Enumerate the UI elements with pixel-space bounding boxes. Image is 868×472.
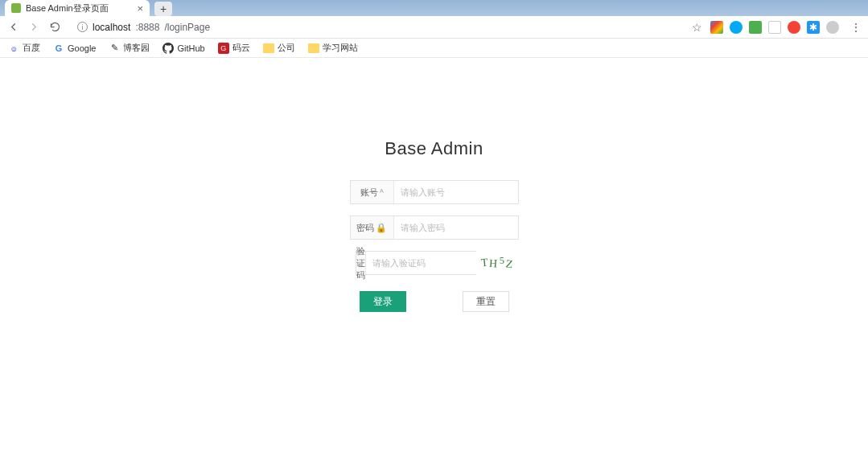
tab-bar: Base Admin登录页面 × + [0,0,868,16]
bookmark-label: 公司 [278,42,295,54]
reset-button[interactable]: 重置 [463,291,509,312]
bookmark-label: GitHub [177,43,204,53]
extension-icon[interactable] [749,21,762,34]
bookmark-label: 百度 [23,42,40,54]
gitee-icon: G [218,43,229,54]
password-field: 密码🔒 [350,215,519,240]
captcha-row: 验证码 TH5Z [356,251,512,275]
tab-favicon-icon [11,3,21,13]
tab-title: Base Admin登录页面 [26,2,109,14]
bookmark-github[interactable]: GitHub [162,43,204,54]
captcha-image[interactable]: TH5Z [481,257,512,269]
user-icon: ᴬ [380,187,384,198]
password-input[interactable] [394,216,518,239]
lock-icon: 🔒 [376,223,387,233]
extension-icon[interactable] [768,21,781,34]
close-tab-icon[interactable]: × [137,2,143,14]
bookmark-company[interactable]: 公司 [263,42,295,54]
bookmark-google[interactable]: GGoogle [53,43,96,54]
baidu-icon: ⌾ [8,43,19,54]
folder-icon [308,43,319,53]
password-label: 密码🔒 [351,216,394,239]
nav-bar: i localhost:8888/loginPage ☆ ✱ ⋮ [0,16,868,39]
bookmark-star-icon[interactable]: ☆ [692,21,702,34]
bookmark-label: Google [68,43,96,53]
address-bar[interactable]: i localhost:8888/loginPage [69,18,684,37]
reload-button[interactable] [48,21,61,34]
login-form: 账号ᴬ 密码🔒 验证码 TH5Z 登录 重置 [350,180,519,312]
browser-tab[interactable]: Base Admin登录页面 × [5,0,150,16]
account-field: 账号ᴬ [350,180,519,204]
github-icon [162,43,174,54]
bookmark-label: 码云 [232,42,250,54]
url-host: localhost [93,22,130,33]
bookmark-gitee[interactable]: G码云 [218,42,250,54]
extension-icons: ✱ [710,21,842,34]
new-tab-button[interactable]: + [154,2,172,16]
folder-icon [263,43,274,53]
login-button[interactable]: 登录 [360,291,406,312]
password-row: 密码🔒 [350,215,519,240]
forward-button[interactable] [27,21,40,34]
cnblogs-icon: ✎ [109,43,120,54]
profile-avatar-icon[interactable] [826,21,839,34]
browser-chrome: Base Admin登录页面 × + i localhost:8888/logi… [0,0,868,58]
bookmark-baidu[interactable]: ⌾百度 [8,42,40,54]
url-port: :8888 [135,22,159,33]
google-icon: G [53,43,64,54]
account-row: 账号ᴬ [350,180,519,204]
extension-icon[interactable] [730,21,743,34]
login-page: Base Admin 账号ᴬ 密码🔒 验证码 TH5Z 登录 [0,58,868,312]
account-label: 账号ᴬ [351,181,394,203]
bookmark-label: 学习网站 [323,42,358,54]
site-info-icon[interactable]: i [77,22,88,32]
bookmark-study[interactable]: 学习网站 [308,42,358,54]
captcha-field: 验证码 [356,251,476,275]
button-row: 登录 重置 [360,291,509,312]
extension-icon[interactable] [710,21,723,34]
extension-icon[interactable]: ✱ [807,21,820,34]
bookmark-cnblogs[interactable]: ✎博客园 [109,42,150,54]
extension-icon[interactable] [788,21,800,34]
browser-menu-icon[interactable]: ⋮ [850,21,862,34]
back-button[interactable] [6,21,19,34]
captcha-label: 验证码 [356,252,366,274]
page-title: Base Admin [385,138,483,159]
url-path: /loginPage [164,22,210,33]
captcha-input[interactable] [366,252,490,274]
account-input[interactable] [394,181,518,203]
bookmark-label: 博客园 [123,42,150,54]
bookmarks-bar: ⌾百度 GGoogle ✎博客园 GitHub G码云 公司 学习网站 [0,39,868,58]
